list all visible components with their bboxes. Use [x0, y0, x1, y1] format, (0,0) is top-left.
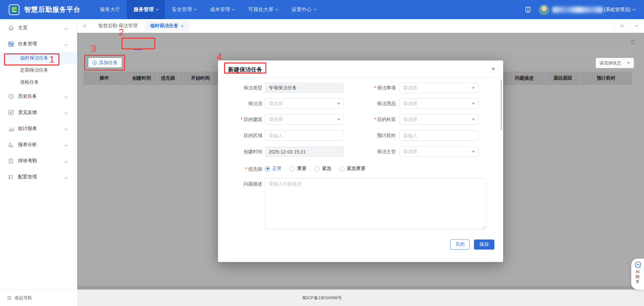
chevron-down-icon [65, 159, 68, 163]
cleaner-select[interactable]: 请选择 [265, 98, 344, 109]
chevron-down-icon [65, 127, 68, 130]
new-cleaning-task-modal: 新建保洁任务 × 保洁类型 专项保洁任务 *保洁事项 请选择 保洁员 请选择 保… [218, 60, 503, 262]
cleaning-type-field: 专项保洁任务 [265, 83, 344, 93]
schedule-icon [8, 158, 14, 164]
page-footer: 蜀ICP备19034998号 [0, 290, 644, 306]
modal-close-button[interactable]: 关闭 [450, 239, 470, 250]
sidebar-item-config-mgmt[interactable]: 配置管理 [0, 169, 77, 185]
field-label-create-time: 创建时间 [225, 146, 262, 157]
col-header-problem-desc[interactable]: 问题描述 [503, 72, 546, 85]
sidebar-item-history-task[interactable]: 历史任务 [0, 88, 77, 104]
priority-radio-important[interactable]: 重要 [290, 166, 307, 172]
modal-save-button[interactable]: 保存 [474, 239, 494, 250]
status-filter-select[interactable]: 请选择状态 [596, 58, 634, 68]
chevron-down-icon [65, 95, 68, 98]
active-tab-underline [133, 49, 142, 50]
chevron-down-icon[interactable] [629, 19, 644, 33]
radio-icon [290, 166, 295, 171]
user-role-label: (系统管理员) [604, 7, 631, 13]
ai-assistant-button[interactable]: AI AI助手 [631, 259, 644, 290]
field-label-cleaner: 保洁员 [225, 98, 262, 109]
target-area-input[interactable] [265, 130, 344, 141]
sidebar-item-feedback[interactable]: 意见反馈 [0, 104, 77, 121]
tab-expand-right-icon[interactable] [614, 19, 629, 33]
icp-record-text: 蜀ICP备19034998号 [302, 295, 342, 301]
divider [83, 50, 637, 51]
chevron-down-icon [156, 7, 159, 11]
cleaning-item-select[interactable]: 请选择 [399, 83, 479, 93]
field-label-target-building: *目的建筑 [225, 114, 262, 125]
modal-scrollbar[interactable] [500, 80, 502, 130]
main-nav-menu: 服务大厅 服务管理 安全管理 成本管理 可视化大屏 设置中心 [93, 0, 323, 19]
col-header-action[interactable]: 操作 [83, 72, 126, 85]
sidebar-item-schedule-attendance[interactable]: 排班考勤 [0, 153, 77, 169]
nav-item-service-hall[interactable]: 服务大厅 [93, 0, 127, 19]
history-icon [8, 93, 14, 99]
page-tabbar: 智慧后勤-保洁管理 临时保洁任务 × [77, 19, 644, 33]
modal-title: 新建保洁任务 [228, 66, 262, 74]
modal-header: 新建保洁任务 × [218, 60, 503, 78]
resize-handle-icon[interactable] [482, 226, 486, 229]
priority-radio-urgent[interactable]: 紧急 [315, 166, 331, 172]
tab-collapse-left-icon[interactable] [77, 24, 93, 29]
sidebar-item-task-mgmt[interactable]: 任务管理 [0, 36, 77, 52]
sidebar-item-temp-cleaning-task[interactable]: 临时保洁任务 [0, 52, 77, 64]
radio-icon [265, 166, 270, 171]
user-name-redacted [552, 7, 603, 13]
col-header-start-time[interactable]: 开始时间 [179, 72, 222, 85]
col-header-create-time[interactable]: 创建时间 [126, 72, 158, 85]
field-label-cleaning-supervisor: 保洁主管 [358, 146, 396, 157]
cleaning-supervisor-select[interactable]: 请选择 [399, 146, 479, 157]
select-caret-icon [627, 62, 630, 64]
field-label-cleaning-type: 保洁类型 [225, 83, 262, 93]
horizontal-scrollbar[interactable] [78, 286, 643, 290]
chevron-down-icon[interactable] [633, 7, 636, 11]
select-caret-icon [337, 119, 340, 121]
col-header-priority[interactable]: 优先级 [158, 72, 179, 85]
home-icon [8, 25, 14, 31]
select-caret-icon [472, 103, 475, 105]
close-icon[interactable]: × [181, 24, 184, 29]
chevron-down-icon [65, 111, 68, 114]
add-task-button[interactable]: 添加任务 [88, 57, 122, 68]
clean-icon[interactable] [629, 39, 636, 46]
chevron-down-icon [65, 143, 68, 146]
col-header-return-reason[interactable]: 退回原因 [546, 72, 580, 85]
sidebar-item-report-analysis[interactable]: 报表分析 [0, 137, 77, 153]
config-icon [8, 174, 14, 180]
top-navbar: 智慧后勤服务平台 服务大厅 服务管理 安全管理 成本管理 可视化大屏 设置中心 … [0, 0, 644, 19]
collapse-nav-button[interactable]: 收起导航 [0, 290, 77, 306]
page-tab-cleaning-mgmt[interactable]: 智慧后勤-保洁管理 [93, 20, 143, 31]
close-icon[interactable]: × [491, 65, 495, 72]
user-avatar[interactable] [539, 5, 549, 15]
cleaning-supplies-select[interactable]: 请选择 [399, 98, 479, 109]
book-icon[interactable] [524, 6, 532, 13]
col-header-estimated-time[interactable]: 预计耗时 [580, 72, 632, 85]
nav-item-service-mgmt[interactable]: 服务管理 [127, 0, 165, 19]
sidebar-item-periodic-cleaning-task[interactable]: 定期保洁任务 [0, 64, 77, 76]
nav-item-cost-mgmt[interactable]: 成本管理 [203, 0, 241, 19]
field-label-estimated-time: 预计耗时 [358, 130, 396, 141]
page-tab-temp-cleaning[interactable]: 临时保洁任务 × [145, 20, 189, 31]
ai-assistant-icon: AI [634, 261, 642, 269]
app-logo-icon [9, 4, 19, 15]
target-department-select[interactable]: 请选择 [399, 114, 479, 125]
sidebar-item-home[interactable]: 主页 [0, 20, 77, 36]
nav-item-settings-center[interactable]: 设置中心 [285, 0, 323, 19]
priority-radio-normal[interactable]: 正常 [265, 166, 282, 172]
priority-radio-urgent-important[interactable]: 紧急重要 [339, 166, 366, 172]
problem-description-textarea[interactable] [265, 178, 486, 229]
select-caret-icon [337, 103, 340, 105]
target-building-select[interactable]: 请选择 [265, 114, 344, 125]
chevron-down-icon [314, 7, 317, 11]
sidebar-item-inspection-task[interactable]: 巡检任务 [0, 76, 77, 88]
sidebar-item-statistics-report[interactable]: 统计报表 [0, 121, 77, 137]
chevron-down-icon [194, 7, 197, 11]
field-label-problem-desc: 问题描述 [225, 179, 262, 189]
estimated-time-input[interactable] [399, 130, 479, 141]
analysis-icon [8, 142, 14, 148]
app-title: 智慧后勤服务平台 [24, 5, 80, 14]
nav-item-security-mgmt[interactable]: 安全管理 [165, 0, 203, 19]
select-caret-icon [472, 87, 475, 89]
nav-item-dashboard[interactable]: 可视化大屏 [241, 0, 285, 19]
